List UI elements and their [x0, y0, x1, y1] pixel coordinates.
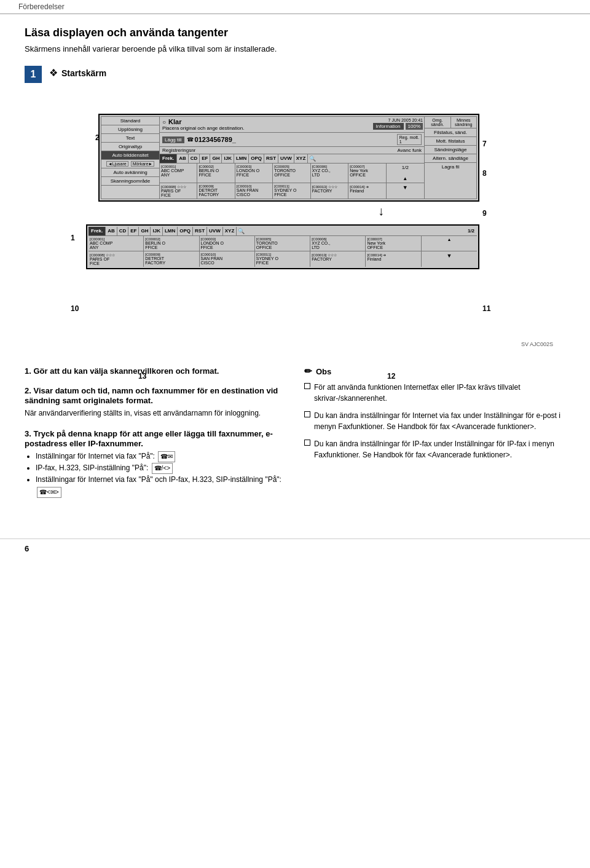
- tab-GH: GH: [210, 154, 222, 163]
- item1-title: Gör att du kan välja skannervillkoren oc…: [33, 366, 219, 376]
- label-7: 7: [482, 140, 487, 148]
- obs-item-2: Du kan ändra inställningar för Internet …: [304, 410, 565, 432]
- lagg-till-btn[interactable]: Lägg till: [162, 136, 184, 143]
- left-item-8: Skanningsområde: [101, 177, 159, 186]
- tab-OPQ: OPQ: [249, 154, 264, 163]
- kb-frek-tab: Frek.: [88, 227, 106, 235]
- kb-tab-CD: CD: [117, 227, 129, 235]
- obs-checkbox-1: [304, 383, 310, 389]
- datetime: 7 JUN 2005 20:41: [388, 118, 423, 122]
- left-item-2: Upplösning: [101, 125, 159, 134]
- klar-circle: ○: [162, 119, 166, 125]
- frek-tab: Frek.: [160, 154, 177, 163]
- addr-10: [C00011] SYDNEY OFFICE: [273, 183, 310, 199]
- tab-CD: CD: [189, 154, 200, 163]
- left-item-1: Standard: [101, 117, 159, 125]
- label-13: 13: [138, 372, 146, 381]
- addr-2: [C00002] BERLIN OFFICE: [197, 164, 235, 183]
- obs-item-3: Du kan ändra inställningar för IP-fax un…: [304, 438, 565, 460]
- addr-5: [C00006] XYZ CO.,LTD: [311, 164, 348, 183]
- reg-mott: Reg. mott.1: [397, 134, 422, 145]
- section-title: Läsa displayen och använda tangenter: [25, 26, 565, 39]
- bullet-2: IP-fax, H.323, SIP-inställning "På": ☎/<…: [36, 462, 286, 474]
- right-btn-sandningslage: Sändningsläge: [425, 146, 476, 154]
- obs-item-1: För att använda funktionen Internetfax e…: [304, 382, 565, 404]
- kb-addr-11: [C00013] ☆☆☆FACTORY: [310, 251, 366, 267]
- obs-pencil-icon: ✏: [304, 366, 312, 377]
- fax-screen-upper: Standard Upplösning Text Originaltyp Aut…: [98, 114, 479, 202]
- right-btn-minnes: Minnes sändning: [451, 117, 477, 128]
- tab-UVW: UVW: [278, 154, 294, 163]
- fax-number: 0123456789_: [195, 136, 236, 143]
- header-title: Förberedelser: [18, 2, 65, 11]
- kb-tab-LMN: LMN: [163, 227, 178, 235]
- addr-9: [C00010] SAN FRANCISCO: [235, 183, 273, 199]
- kb-tab-IJK: IJK: [151, 227, 162, 235]
- left-item-4: Originaltyp: [101, 143, 159, 151]
- right-btn-lagra: Lagra fil: [425, 163, 476, 171]
- kb-scroll-down: ▼: [422, 251, 477, 267]
- search-icon: 🔍: [308, 154, 317, 163]
- item1-num: 1.: [25, 366, 33, 376]
- right-btn-mott: Mott. filstatus: [425, 137, 476, 146]
- kb-addr-2: [C00002]BERLIN OFFICE: [144, 236, 199, 251]
- right-btn-omg: Omg. sändn.: [425, 117, 451, 128]
- kb-tab-XYZ: XYZ: [223, 227, 237, 235]
- kb-tab-OPQ: OPQ: [178, 227, 193, 235]
- bullet-3: Inställningar för Internet via fax "På" …: [36, 474, 286, 497]
- kb-tab-UVW: UVW: [207, 227, 223, 235]
- kb-addr-3: [C00003]LONDON OFFICE: [200, 236, 255, 251]
- kb-tab-GH: GH: [139, 227, 151, 235]
- label-9: 9: [482, 209, 487, 218]
- kb-addr-6: [C00007]New YorkOFFICE: [366, 236, 421, 251]
- kb-tab-EF: EF: [128, 227, 139, 235]
- right-btn-altern: Altern. sändläge: [425, 154, 476, 163]
- right-btn-filstatus: Filstatus, sänd.: [425, 128, 476, 137]
- addr-8: [C00009] DETROITFACTORY: [197, 183, 235, 199]
- tab-LMN: LMN: [234, 154, 249, 163]
- reg-nr-label: Registreringsnr: [162, 148, 195, 153]
- item2-num: 2.: [25, 386, 33, 395]
- obs-checkbox-3: [304, 440, 310, 446]
- item2-title: Visar datum och tid, namn och faxnummer …: [25, 386, 278, 405]
- kb-addr-8: [C00009]DETROITFACTORY: [144, 251, 199, 267]
- page-header: Förberedelser: [0, 0, 590, 14]
- item2-body: När användarverifiering ställts in, visa…: [25, 408, 286, 419]
- sv-code: SV AJC002S: [521, 341, 553, 347]
- footer-page-number: 6: [25, 544, 29, 553]
- section-number-badge: 1: [25, 66, 42, 83]
- addr-12: [C00014] ➔ Finland: [348, 183, 386, 199]
- item3-num: 3.: [25, 429, 33, 438]
- tab-EF: EF: [200, 154, 210, 163]
- obs-text-2: Du kan ändra inställningar för Internet …: [314, 410, 565, 432]
- addr-3: [C00003] LONDON OFFICE: [235, 164, 273, 183]
- addr-1: [C00001] ABC COMPANY: [160, 164, 197, 183]
- label-10: 10: [71, 304, 79, 313]
- tab-RST: RST: [264, 154, 278, 163]
- left-item-7: Auto avkänning: [101, 168, 159, 177]
- scroll-down: ▼: [387, 183, 424, 199]
- left-item-3: Text: [101, 134, 159, 143]
- kb-addr-10: [C00011]SYDNEY OFFICE: [255, 251, 310, 267]
- keyboard-diagram: Frek. AB CD EF GH IJK LMN OPQ RST UVW XY…: [86, 224, 479, 269]
- kb-addr-12: [C00014] ➔Finland: [366, 251, 421, 267]
- page-footer: 6: [0, 539, 590, 558]
- addr-11: [C00013] ☆☆☆ FACTORY: [311, 183, 348, 199]
- item3-title: Tryck på denna knapp för att ange eller …: [25, 429, 273, 448]
- kb-scroll-up: ▲: [422, 236, 477, 251]
- left-item-5: Auto bilddensitet: [101, 151, 159, 160]
- kb-tab-AB: AB: [106, 227, 117, 235]
- arrow-down: ↓: [209, 204, 553, 218]
- addr-7: [C00008] ☆☆☆ PARIS OFFICE: [160, 183, 197, 199]
- avanc-funk-label: Avanc funk: [398, 148, 422, 153]
- bullet-1: Inställningar för Internet via fax "På":…: [36, 451, 286, 462]
- diamond-bullet: ❖: [49, 67, 58, 79]
- label-1-left: 1: [71, 234, 75, 242]
- obs-text-3: Du kan ändra inställningar för IP-fax un…: [314, 438, 565, 460]
- bullet-list: Inställningar för Internet via fax "På":…: [25, 451, 286, 498]
- fax-icon: ☎: [187, 136, 194, 143]
- label-12: 12: [387, 372, 395, 381]
- kb-search-icon: 🔍: [237, 227, 246, 235]
- kb-addr-5: [C00006]XYZ CO.,LTD: [310, 236, 366, 251]
- desc-right: ✏ Obs För att använda funktionen Interne…: [304, 366, 565, 508]
